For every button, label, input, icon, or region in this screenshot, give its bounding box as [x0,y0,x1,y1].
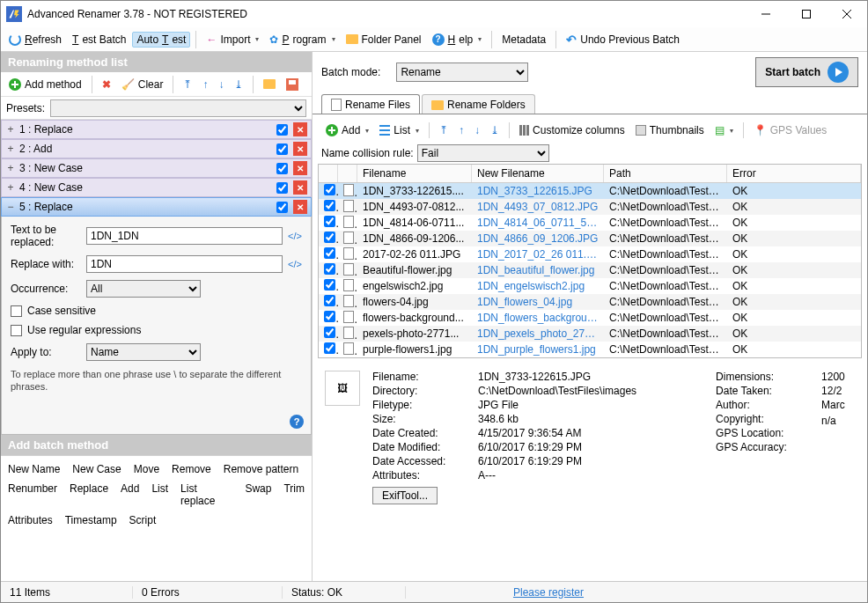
expand-icon[interactable]: + [5,123,16,136]
col-newfilename[interactable]: New Filename [472,165,604,182]
move-down-button[interactable]: ↓ [214,77,228,92]
method-remove-button[interactable]: ✕ [293,122,307,136]
addbatch-attributes[interactable]: Attributes [8,514,53,526]
method-3-header[interactable]: + 3 : New Case ✕ [1,158,312,178]
table-row[interactable]: purple-flowers1.jpg 1DN_purple_flowers1.… [319,342,861,357]
minimize-button[interactable] [746,1,786,27]
tag-icon[interactable]: </> [288,257,302,271]
addbatch-remove-pattern[interactable]: Remove pattern [224,463,298,475]
layout-button[interactable]: ▤▾ [710,122,738,138]
move-bottom-button[interactable]: ⤓ [230,77,247,92]
addbatch-script[interactable]: Script [129,514,157,526]
add-files-button[interactable]: Add▾ [321,122,373,138]
addbatch-renumber[interactable]: Renumber [8,482,57,507]
clear-methods-button[interactable]: 🧹Clear [117,77,168,92]
method-4-header[interactable]: + 4 : New Case ✕ [1,178,312,197]
method-help-icon[interactable]: ? [290,415,304,429]
open-preset-button[interactable] [259,77,280,91]
move-up-button[interactable]: ↑ [198,77,212,92]
expand-icon[interactable]: + [5,143,16,155]
metadata-button[interactable]: Metadata [497,32,550,48]
row-checkbox[interactable] [324,263,335,275]
replace-with-input[interactable] [86,255,283,273]
gps-button[interactable]: 📍GPS Values [749,122,831,138]
row-checkbox[interactable] [324,279,335,290]
undo-button[interactable]: ↶Undo Previous Batch [562,31,684,48]
addbatch-new-name[interactable]: New Name [8,463,60,475]
table-row[interactable]: 2017-02-26 011.JPG 1DN_2017_02_26 011.JP… [319,246,861,262]
method-enable-checkbox[interactable] [276,143,288,155]
thumbnails-button[interactable]: Thumbnails [631,122,709,138]
col-filename[interactable]: Filename [357,165,472,182]
row-checkbox[interactable] [324,295,335,306]
addbatch-list-replace[interactable]: List replace [180,482,232,507]
method-5-header[interactable]: − 5 : Replace ✕ [1,197,312,217]
collapse-icon[interactable]: − [5,201,16,213]
table-row[interactable]: engelswisch2.jpg 1DN_engelswisch2.jpg C:… [319,278,861,294]
table-row[interactable]: flowers-04.jpg 1DN_flowers_04.jpg C:\Net… [319,294,861,310]
col-path[interactable]: Path [604,165,727,182]
col-error[interactable]: Error [727,165,861,182]
row-checkbox[interactable] [324,247,335,259]
delete-method-button[interactable]: ✖ [98,77,115,92]
row-checkbox[interactable] [324,200,335,211]
register-link[interactable]: Please register [406,586,691,599]
close-button[interactable] [827,1,867,27]
addbatch-add[interactable]: Add [121,482,139,507]
import-button[interactable]: ←Import▾ [202,32,263,48]
file-move-bottom-button[interactable]: ⤓ [486,122,504,138]
method-remove-button[interactable]: ✕ [293,200,307,214]
apply-to-select[interactable]: Name [86,343,201,361]
refresh-button[interactable]: Refresh [4,32,66,48]
method-2-header[interactable]: + 2 : Add ✕ [1,139,312,158]
move-top-button[interactable]: ⤒ [179,77,196,92]
maximize-button[interactable] [786,1,827,27]
case-checkbox[interactable] [11,305,22,317]
tab-rename-folders[interactable]: Rename Folders [422,94,535,114]
collision-select[interactable]: Fail [417,144,549,162]
add-method-button[interactable]: Add method [4,77,86,92]
method-1-header[interactable]: + 1 : Replace ✕ [1,120,312,139]
text-replace-input[interactable] [86,227,283,245]
start-batch-button[interactable]: Start batch [755,57,858,87]
tag-icon[interactable]: </> [288,229,302,243]
presets-select[interactable] [50,99,306,117]
file-move-down-button[interactable]: ↓ [470,122,484,138]
file-move-up-button[interactable]: ↑ [454,122,468,138]
table-row[interactable]: 1DN_4493-07-0812... 1DN_4493_07_0812.JPG… [319,199,861,215]
save-preset-button[interactable] [282,77,303,92]
row-checkbox[interactable] [324,184,335,195]
list-button[interactable]: List▾ [375,122,423,138]
method-remove-button[interactable]: ✕ [293,180,307,195]
occurrence-select[interactable]: All [86,280,201,298]
row-checkbox[interactable] [324,216,335,227]
row-checkbox[interactable] [324,327,335,338]
addbatch-swap[interactable]: Swap [245,482,271,507]
row-checkbox[interactable] [324,232,335,243]
regex-checkbox[interactable] [11,325,22,336]
addbatch-trim[interactable]: Trim [283,482,305,507]
batch-mode-select[interactable]: Rename [396,63,528,82]
table-row[interactable]: pexels-photo-2771... 1DN_pexels_photo_27… [319,326,861,342]
table-row[interactable]: 1DN_3733-122615.... 1DN_3733_122615.JPG … [319,183,861,199]
addbatch-remove[interactable]: Remove [172,463,211,475]
tab-rename-files[interactable]: Rename Files [321,94,420,114]
addbatch-new-case[interactable]: New Case [72,463,121,475]
addbatch-replace[interactable]: Replace [70,482,108,507]
table-row[interactable]: Beautiful-flower.jpg 1DN_beautiful_flowe… [319,262,861,278]
method-enable-checkbox[interactable] [276,182,288,194]
customize-columns-button[interactable]: Customize columns [515,122,629,138]
addbatch-list[interactable]: List [151,482,168,507]
addbatch-move[interactable]: Move [134,463,159,475]
row-checkbox[interactable] [324,311,335,322]
exiftool-button[interactable]: ExifTool... [372,487,438,504]
method-enable-checkbox[interactable] [276,202,288,213]
expand-icon[interactable]: + [5,162,16,174]
program-button[interactable]: ✿Program▾ [265,32,339,48]
table-row[interactable]: 1DN_4866-09-1206... 1DN_4866_09_1206.JPG… [319,231,861,246]
method-remove-button[interactable]: ✕ [293,142,307,156]
method-enable-checkbox[interactable] [276,124,288,136]
file-move-top-button[interactable]: ⤒ [435,122,452,138]
help-button[interactable]: ?Help▾ [428,32,487,48]
method-remove-button[interactable]: ✕ [293,161,307,175]
